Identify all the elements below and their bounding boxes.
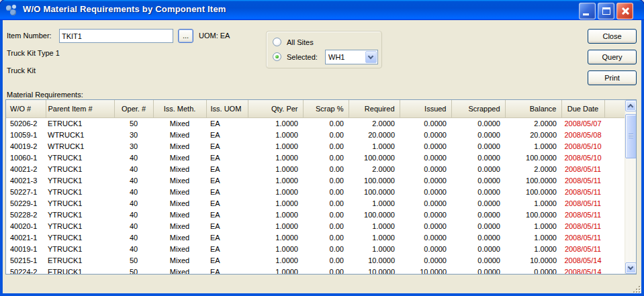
browse-button[interactable]: ... [178,29,193,43]
column-header[interactable]: Balance [505,100,561,117]
column-header[interactable]: Issued [400,100,451,117]
chevron-down-icon [368,54,373,59]
uom-label: UOM: EA [199,32,230,40]
column-header-spacer [604,100,625,117]
print-button[interactable]: Print [588,70,637,85]
table-row[interactable]: 40019-1YTRUCK140MixedEA1.00000.001.00000… [6,243,625,254]
column-header[interactable]: Required [349,100,400,117]
close-window-button[interactable] [616,3,633,19]
table-row[interactable]: 50227-1YTRUCK140MixedEA1.00000.00100.000… [6,186,625,197]
window-title: W/O Material Requirements by Component I… [23,4,226,14]
maximize-button[interactable] [598,3,614,19]
scroll-up-button[interactable] [625,100,637,111]
dialog-window: W/O Material Requirements by Component I… [0,0,644,296]
column-header[interactable]: Parent Item # [46,100,114,117]
column-header[interactable]: Oper. # [114,100,153,117]
column-header[interactable]: Iss. Meth. [153,100,206,117]
selected-site-radio[interactable] [273,52,281,61]
table-header-row: W/O #Parent Item #Oper. #Iss. Meth.Iss. … [6,100,625,117]
site-combobox[interactable]: WH1 [325,50,378,64]
app-gears-icon [5,4,19,17]
column-header[interactable]: Iss. UOM [206,100,248,117]
close-icon [620,7,629,15]
close-button[interactable]: Close [588,29,637,44]
material-requirements-grid: W/O #Parent Item #Oper. #Iss. Meth.Iss. … [5,99,637,275]
sites-groupbox: All Sites Selected: WH1 [266,31,382,68]
resize-grip[interactable] [631,284,640,293]
table-row[interactable]: 50229-1YTRUCK140MixedEA1.00000.001.00000… [6,197,625,209]
item-description-line1: Truck Kit Type 1 [7,49,60,57]
table-row[interactable]: 50228-2YTRUCK140MixedEA1.00000.00100.000… [6,209,625,220]
column-header[interactable]: Scrapped [451,100,505,117]
dialog-content: Item Number: ... UOM: EA Truck Kit Type … [3,20,641,293]
material-requirements-label: Material Requirements: [7,91,83,99]
item-number-label: Item Number: [7,32,52,40]
table-row[interactable]: 50206-2ETRUCK150MixedEA1.00000.002.00000… [6,117,625,129]
minimize-icon [583,13,589,15]
maximize-icon [602,7,610,15]
table-row[interactable]: 40021-3YTRUCK140MixedEA1.00000.00100.000… [6,175,625,186]
table-row[interactable]: 10060-1YTRUCK140MixedEA1.00000.00100.000… [6,152,625,163]
minimize-button[interactable] [579,3,596,19]
table-body: 50206-2ETRUCK150MixedEA1.00000.002.00000… [6,117,625,275]
column-header[interactable]: Qty. Per [248,100,303,117]
table-row[interactable]: 40020-1YTRUCK140MixedEA1.00000.001.00000… [6,220,625,232]
table-row[interactable]: 50224-2ETRUCK150MixedEA1.00000.0010.0000… [6,266,625,275]
all-sites-radio[interactable] [273,38,281,46]
column-header[interactable]: Due Date [561,100,604,117]
table-row[interactable]: 40021-2YTRUCK140MixedEA1.00000.002.00000… [6,163,625,175]
column-header[interactable]: W/O # [6,100,46,117]
query-button[interactable]: Query [588,50,637,64]
table-row[interactable]: 40019-2WTRUCK130MixedEA1.00000.001.00000… [6,140,625,152]
vertical-scrollbar[interactable] [625,100,636,274]
column-header[interactable]: Scrap % [303,100,349,117]
all-sites-label: All Sites [287,38,314,46]
table-row[interactable]: 40021-1YTRUCK140MixedEA1.00000.001.00000… [6,232,625,243]
scrollbar-grip-icon [629,134,633,138]
scrollbar-thumb[interactable] [625,114,637,158]
item-description-line2: Truck Kit [7,66,36,75]
title-bar: W/O Material Requirements by Component I… [0,0,644,20]
combobox-dropdown-button[interactable] [365,51,377,63]
table-row[interactable]: 50215-1ETRUCK150MixedEA1.00000.0010.0000… [6,254,625,266]
selected-site-label: Selected: [287,53,318,61]
site-combobox-value: WH1 [328,53,344,61]
chevron-down-icon [628,264,633,270]
scroll-down-button[interactable] [625,262,637,274]
chevron-up-icon [628,104,633,109]
table-row[interactable]: 10059-1WTRUCK130MixedEA1.00000.0020.0000… [6,129,625,140]
item-number-input[interactable] [59,29,173,43]
